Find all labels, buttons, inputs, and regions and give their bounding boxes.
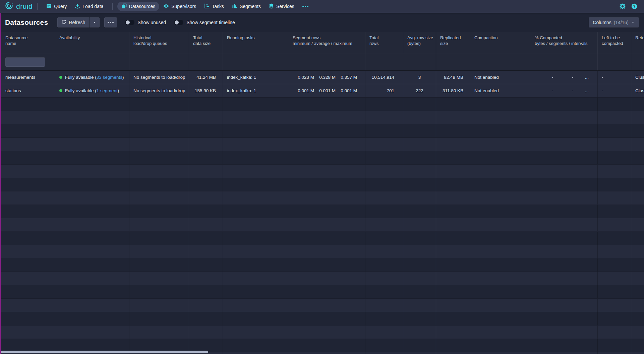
datasource-name[interactable]: stations bbox=[0, 84, 55, 97]
toggle-track bbox=[125, 20, 134, 25]
segment-rows-cell: 0.023 M 0.328 M 0.357 M bbox=[290, 71, 365, 84]
help-icon[interactable]: ? bbox=[631, 3, 637, 9]
empty-row bbox=[0, 151, 644, 165]
svg-text:?: ? bbox=[633, 4, 636, 8]
total-data-size-cell: 41.24 MB bbox=[189, 71, 223, 84]
column-header-datasource-name[interactable]: Datasourcename bbox=[0, 32, 55, 53]
column-header-compaction[interactable]: Compaction bbox=[470, 32, 532, 53]
nav-item-label: Load data bbox=[82, 4, 103, 9]
nav-item-services[interactable]: Services bbox=[265, 2, 298, 11]
nav-item-tasks[interactable]: Tasks bbox=[200, 2, 228, 11]
empty-row bbox=[0, 258, 644, 272]
nav-divider bbox=[37, 3, 38, 10]
empty-row bbox=[0, 205, 644, 218]
nav-item-label: Tasks bbox=[212, 4, 224, 9]
window-edge bbox=[0, 13, 1, 354]
columns-count: (14/16) bbox=[614, 20, 629, 25]
column-header-total-rows[interactable]: Totalrows bbox=[365, 32, 403, 53]
datasources-table: Datasourcename Availability Historicallo… bbox=[0, 32, 644, 354]
page-header: Datasources Refresh Show unused Show seg… bbox=[0, 13, 644, 32]
availability-cell: Fully available (33 segments) bbox=[55, 71, 129, 84]
datasource-name[interactable]: measurements bbox=[0, 71, 55, 84]
pct-compacted-cell: - - ... bbox=[532, 71, 598, 84]
available-dot-icon bbox=[59, 76, 62, 79]
load-drop-queues-cell: No segments to load/drop bbox=[129, 84, 189, 97]
column-header-total-data-size[interactable]: Totaldata size bbox=[189, 32, 223, 53]
refresh-split-button: Refresh bbox=[57, 17, 100, 27]
empty-row bbox=[0, 326, 644, 339]
table-row: stations Fully available (1 segment) No … bbox=[0, 84, 644, 98]
nav-item-label: Query bbox=[54, 4, 67, 9]
nav-divider bbox=[112, 3, 113, 10]
column-header-availability[interactable]: Availability bbox=[55, 32, 129, 53]
available-dot-icon bbox=[59, 89, 62, 92]
nav-item-supervisors[interactable]: Supervisors bbox=[159, 2, 200, 11]
nav-more-button[interactable] bbox=[298, 2, 312, 11]
show-segment-timeline-toggle[interactable]: Show segment timeline bbox=[174, 20, 235, 25]
bar-chart-icon bbox=[232, 3, 237, 10]
empty-row bbox=[0, 111, 644, 124]
chevron-down-icon bbox=[631, 20, 635, 24]
column-header-historical-queues[interactable]: Historicalload/drop queues bbox=[129, 32, 189, 53]
compaction-cell: Not enabled bbox=[470, 84, 532, 97]
nav-item-query[interactable]: Query bbox=[42, 2, 71, 11]
toggle-label: Show unused bbox=[137, 20, 166, 25]
empty-row bbox=[0, 191, 644, 205]
ellipsis-icon bbox=[108, 22, 114, 23]
refresh-button[interactable]: Refresh bbox=[57, 17, 89, 27]
compaction-cell: Not enabled bbox=[470, 71, 532, 84]
empty-row bbox=[0, 285, 644, 299]
database-icon bbox=[269, 3, 274, 10]
upload-icon bbox=[75, 3, 80, 10]
availability-cell: Fully available (1 segment) bbox=[55, 84, 129, 97]
retention-cell: Cluster default bbox=[631, 71, 644, 84]
empty-row bbox=[0, 98, 644, 111]
segment-rows-cell: 0.001 M 0.001 M 0.001 M bbox=[290, 84, 365, 97]
nav-item-label: Datasources bbox=[129, 4, 156, 9]
column-header-pct-compacted[interactable]: % Compactedbytes / segments / intervals bbox=[532, 32, 598, 53]
page-title: Datasources bbox=[5, 18, 48, 26]
ellipsis-icon bbox=[302, 6, 308, 7]
datasource-name-filter-input[interactable] bbox=[5, 57, 45, 67]
segments-link[interactable]: 1 segment bbox=[97, 88, 118, 93]
empty-row bbox=[0, 178, 644, 191]
total-rows-cell: 701 bbox=[365, 84, 403, 97]
datasources-icon bbox=[121, 3, 127, 10]
more-actions-button[interactable] bbox=[104, 17, 117, 27]
columns-button[interactable]: Columns (14/16) bbox=[589, 17, 639, 27]
column-header-replicated-size[interactable]: Replicatedsize bbox=[436, 32, 470, 53]
show-unused-toggle[interactable]: Show unused bbox=[125, 20, 166, 25]
avg-row-size-cell: 3 bbox=[403, 71, 436, 84]
table-row: measurements Fully available (33 segment… bbox=[0, 71, 644, 84]
empty-row bbox=[0, 218, 644, 232]
total-rows-cell: 10,514,914 bbox=[365, 71, 403, 84]
empty-row bbox=[0, 165, 644, 178]
nav-item-segments[interactable]: Segments bbox=[228, 2, 265, 11]
empty-row bbox=[0, 245, 644, 258]
empty-row bbox=[0, 312, 644, 326]
eye-icon bbox=[163, 3, 169, 10]
druid-wordmark: druid bbox=[16, 2, 33, 10]
refresh-label: Refresh bbox=[69, 20, 85, 25]
segments-link[interactable]: 33 segments bbox=[97, 75, 122, 80]
column-header-segment-rows[interactable]: Segment rowsminimum / average / maximum bbox=[290, 32, 365, 53]
nav-item-datasources[interactable]: Datasources bbox=[117, 2, 160, 11]
gear-icon[interactable] bbox=[620, 3, 626, 9]
toggle-track bbox=[174, 20, 183, 25]
druid-logo[interactable]: druid bbox=[5, 1, 33, 11]
filter-row bbox=[0, 53, 644, 71]
refresh-interval-caret[interactable] bbox=[90, 17, 100, 27]
empty-row bbox=[0, 124, 644, 138]
column-header-retention[interactable]: Retention bbox=[631, 32, 644, 53]
nav-item-label: Segments bbox=[240, 4, 261, 9]
horizontal-scrollbar-thumb[interactable] bbox=[1, 351, 208, 353]
column-header-avg-row-size[interactable]: Avg. row size(bytes) bbox=[403, 32, 436, 53]
column-header-running-tasks[interactable]: Running tasks bbox=[223, 32, 290, 53]
column-header-left-to-be-compacted[interactable]: Left to becompacted bbox=[598, 32, 631, 53]
druid-logo-icon bbox=[5, 1, 13, 11]
left-to-compact-cell: - bbox=[598, 71, 631, 84]
top-navigation: druid Query Load data Datasources Superv… bbox=[0, 0, 644, 13]
gantt-icon bbox=[204, 3, 210, 10]
running-tasks-cell: index_kafka: 1 bbox=[223, 71, 290, 84]
nav-item-load-data[interactable]: Load data bbox=[71, 2, 107, 11]
